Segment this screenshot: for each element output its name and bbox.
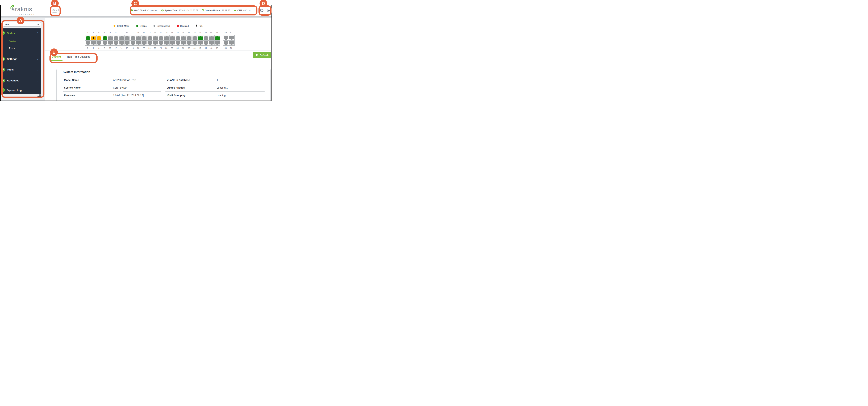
info-row-vlans-in-database: VLANs in Database1 xyxy=(165,76,265,84)
gauge-icon xyxy=(234,9,237,12)
port-number-36: 36 xyxy=(181,47,186,49)
clock-icon xyxy=(161,9,164,12)
port-34[interactable] xyxy=(175,41,181,45)
header-status-bar: OvrC Cloud:ConnectedSystem Time:2024-01-… xyxy=(130,8,250,13)
device-menu-button[interactable] xyxy=(51,8,59,12)
legend-dot xyxy=(136,25,138,27)
port-5[interactable] xyxy=(96,35,102,40)
port-48[interactable] xyxy=(215,41,220,45)
port-19[interactable] xyxy=(136,35,141,40)
port-24[interactable] xyxy=(147,41,152,45)
port-number-31: 31 xyxy=(169,31,175,33)
port-number-15: 15 xyxy=(124,31,130,33)
port-number-4: 4 xyxy=(90,47,96,49)
legend-dot xyxy=(177,25,179,27)
port-17[interactable] xyxy=(130,35,135,40)
port-8[interactable] xyxy=(102,41,107,45)
port-number-51: 51 xyxy=(228,31,234,33)
port-10[interactable] xyxy=(108,41,113,45)
sidebar-section-tools[interactable]: Tools⌄ xyxy=(3,64,41,75)
port-1[interactable] xyxy=(85,35,91,40)
sidebar-item-system[interactable]: System xyxy=(9,40,41,43)
port-number-3: 3 xyxy=(90,31,96,33)
device-icon xyxy=(52,9,55,12)
port-grid-main xyxy=(85,35,220,46)
port-15[interactable] xyxy=(125,35,130,40)
port-20[interactable] xyxy=(136,41,141,45)
active-tab-underline xyxy=(51,60,62,61)
port-51[interactable] xyxy=(229,35,234,40)
port-42[interactable] xyxy=(198,41,203,45)
port-38[interactable] xyxy=(186,41,192,45)
port-32[interactable] xyxy=(169,41,175,45)
port-28[interactable] xyxy=(158,41,164,45)
port-number-33: 33 xyxy=(175,31,180,33)
port-number-39: 39 xyxy=(192,31,197,33)
power-button[interactable] xyxy=(260,8,264,13)
port-30[interactable] xyxy=(164,41,169,45)
port-21[interactable] xyxy=(142,35,147,40)
port-3[interactable] xyxy=(91,35,96,40)
port-16[interactable] xyxy=(125,41,130,45)
port-13[interactable] xyxy=(119,35,124,40)
port-2[interactable] xyxy=(85,41,91,45)
logout-button[interactable] xyxy=(266,8,271,13)
legend-dot xyxy=(153,25,155,27)
port-26[interactable] xyxy=(153,41,158,45)
sfp-numbers-odd: 4951 xyxy=(223,31,234,33)
sidebar-menu: Status⌃SystemPortsSettings⌄Tools⌄Advance… xyxy=(3,28,41,94)
port-46[interactable] xyxy=(209,41,214,45)
sidebar-section-system-log[interactable]: System Log xyxy=(3,86,41,94)
tab-system[interactable]: System xyxy=(52,55,61,58)
port-number-30: 30 xyxy=(163,47,169,49)
port-35[interactable] xyxy=(181,35,186,40)
sidebar-section-settings[interactable]: Settings⌄ xyxy=(3,54,41,64)
port-6[interactable] xyxy=(96,41,102,45)
sidebar-section-advanced[interactable]: Advanced⌄ xyxy=(3,75,41,86)
port-number-5: 5 xyxy=(96,31,101,33)
port-4[interactable] xyxy=(91,41,96,45)
port-23[interactable] xyxy=(147,35,152,40)
wrench-icon xyxy=(1,88,5,92)
port-12[interactable] xyxy=(113,41,119,45)
port-number-20: 20 xyxy=(135,47,141,49)
port-numbers-odd: 1357911131517192123252729313335373941434… xyxy=(85,31,220,33)
port-29[interactable] xyxy=(164,35,169,40)
port-22[interactable] xyxy=(142,41,147,45)
port-7[interactable] xyxy=(102,35,107,40)
port-52[interactable] xyxy=(229,41,234,45)
callout-letter-d: D xyxy=(259,0,267,7)
port-47[interactable] xyxy=(215,35,220,40)
port-27[interactable] xyxy=(158,35,164,40)
port-36[interactable] xyxy=(181,41,186,45)
port-number-45: 45 xyxy=(209,31,214,33)
port-41[interactable] xyxy=(198,35,203,40)
port-31[interactable] xyxy=(169,35,175,40)
port-number-6: 6 xyxy=(96,47,101,49)
chevron-down-icon xyxy=(56,9,57,11)
port-43[interactable] xyxy=(203,35,209,40)
sidebar-section-status[interactable]: Status⌃SystemPorts xyxy=(3,29,41,54)
refresh-icon xyxy=(256,54,258,57)
port-49[interactable] xyxy=(223,35,229,40)
port-18[interactable] xyxy=(130,41,135,45)
port-39[interactable] xyxy=(192,35,197,40)
port-37[interactable] xyxy=(186,35,192,40)
port-number-21: 21 xyxy=(141,31,147,33)
port-45[interactable] xyxy=(209,35,214,40)
port-50[interactable] xyxy=(223,41,229,45)
port-40[interactable] xyxy=(192,41,197,45)
port-9[interactable] xyxy=(108,35,113,40)
sidebar-item-ports[interactable]: Ports xyxy=(9,47,41,50)
port-number-2: 2 xyxy=(85,47,90,49)
sidebar-search-dropdown[interactable]: Search xyxy=(3,22,41,27)
port-11[interactable] xyxy=(113,35,119,40)
port-33[interactable] xyxy=(175,35,181,40)
tab-real-time-statistics[interactable]: Real-Time Statistics xyxy=(67,55,90,58)
port-25[interactable] xyxy=(153,35,158,40)
chevron-up-icon: ⌃ xyxy=(37,32,39,34)
refresh-button[interactable]: Refresh xyxy=(253,52,271,58)
port-14[interactable] xyxy=(119,41,124,45)
port-44[interactable] xyxy=(203,41,209,45)
collapse-sidebar-button[interactable] xyxy=(37,94,41,97)
